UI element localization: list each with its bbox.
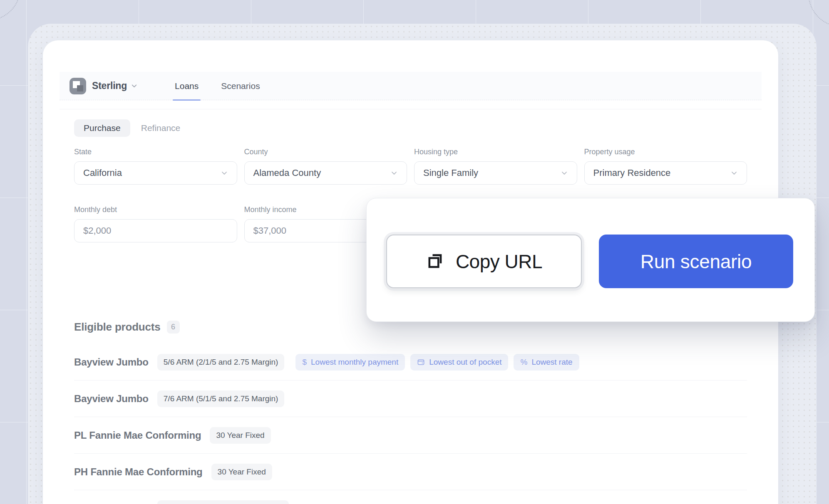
form-row-selects: State California County Alameda County H… <box>74 148 747 185</box>
product-count-badge: 6 <box>167 321 180 334</box>
divider <box>60 109 762 109</box>
product-name: PH Fannie Mae Conforming <box>74 466 203 478</box>
program-pill: 30 Year Fixed <box>210 427 271 444</box>
table-row[interactable]: PL Fannie Mae Conforming 30 Year Fixed <box>74 417 747 454</box>
field-label: County <box>244 148 407 156</box>
chevron-down-icon <box>390 169 398 177</box>
action-popup: Copy URL Run scenario <box>366 198 815 322</box>
copy-url-label: Copy URL <box>456 250 542 273</box>
chevron-down-icon <box>730 169 738 177</box>
field-county: County Alameda County <box>244 148 407 185</box>
property-usage-select[interactable]: Primary Residence <box>584 161 747 185</box>
product-list: Bayview Jumbo 5/6 ARM (2/1/5 and 2.75 Ma… <box>74 344 747 504</box>
loan-purpose-toggle: Purchase Refinance <box>74 119 747 137</box>
run-scenario-label: Run scenario <box>640 250 752 273</box>
field-label: Housing type <box>414 148 577 156</box>
state-select[interactable]: California <box>74 161 237 185</box>
product-name: Bayview Jumbo <box>74 393 149 405</box>
field-property-usage: Property usage Primary Residence <box>584 148 747 185</box>
table-row[interactable]: Bayview Jumbo 10/6 ARM (5/1/5 and 2.75 M… <box>74 490 747 504</box>
dollar-icon: $ <box>302 358 307 367</box>
sterling-logo-icon[interactable] <box>69 78 86 94</box>
program-pill: 7/6 ARM (5/1/5 and 2.75 Margin) <box>157 390 285 407</box>
eligible-products-header: Eligible products 6 <box>74 321 747 334</box>
table-row[interactable]: Bayview Jumbo 7/6 ARM (5/1/5 and 2.75 Ma… <box>74 380 747 417</box>
brand-name[interactable]: Sterling <box>92 80 127 91</box>
field-state: State California <box>74 148 237 185</box>
program-pill: 30 Year Fixed <box>211 464 272 480</box>
lowest-monthly-payment-badge: $ Lowest monthly payment <box>295 354 405 371</box>
county-select[interactable]: Alameda County <box>244 161 407 185</box>
product-name: Bayview Jumbo <box>74 356 149 368</box>
lowest-rate-badge: % Lowest rate <box>514 354 579 371</box>
toggle-refinance[interactable]: Refinance <box>132 119 190 137</box>
field-monthly-debt: Monthly debt <box>74 205 237 242</box>
chevron-down-icon <box>561 169 568 177</box>
decorative-arc <box>808 0 829 27</box>
program-pill: 5/6 ARM (2/1/5 and 2.75 Margin) <box>157 354 285 371</box>
section-title: Eligible products <box>74 321 161 334</box>
product-name: PL Fannie Mae Conforming <box>74 430 201 441</box>
table-row[interactable]: PH Fannie Mae Conforming 30 Year Fixed <box>74 454 747 490</box>
copy-icon <box>426 252 445 271</box>
run-scenario-button[interactable]: Run scenario <box>599 235 793 288</box>
tab-scenarios[interactable]: Scenarios <box>210 72 271 100</box>
chevron-down-icon <box>221 169 228 177</box>
top-nav: Sterling Loans Scenarios <box>60 72 762 100</box>
toggle-purchase[interactable]: Purchase <box>74 119 130 137</box>
field-label: State <box>74 148 237 156</box>
field-housing-type: Housing type Single Family <box>414 148 577 185</box>
tab-loans[interactable]: Loans <box>164 72 210 100</box>
feature-badges: $ Lowest monthly payment Lowest out of p… <box>290 354 579 371</box>
housing-type-select[interactable]: Single Family <box>414 161 577 185</box>
product-name: Bayview Jumbo <box>74 503 149 504</box>
percent-icon: % <box>520 358 527 367</box>
monthly-debt-input[interactable] <box>74 219 237 242</box>
chevron-down-icon[interactable] <box>131 82 138 89</box>
wallet-icon <box>417 358 425 366</box>
nav-tabs: Loans Scenarios <box>164 72 271 100</box>
field-label: Property usage <box>584 148 747 156</box>
program-pill: 10/6 ARM (5/1/5 and 2.75 Margin) <box>157 500 289 504</box>
lowest-out-of-pocket-badge: Lowest out of pocket <box>410 354 508 371</box>
copy-url-button[interactable]: Copy URL <box>386 235 582 288</box>
decorative-arc <box>0 0 21 21</box>
table-row[interactable]: Bayview Jumbo 5/6 ARM (2/1/5 and 2.75 Ma… <box>74 344 747 380</box>
field-label: Monthly debt <box>74 205 237 214</box>
